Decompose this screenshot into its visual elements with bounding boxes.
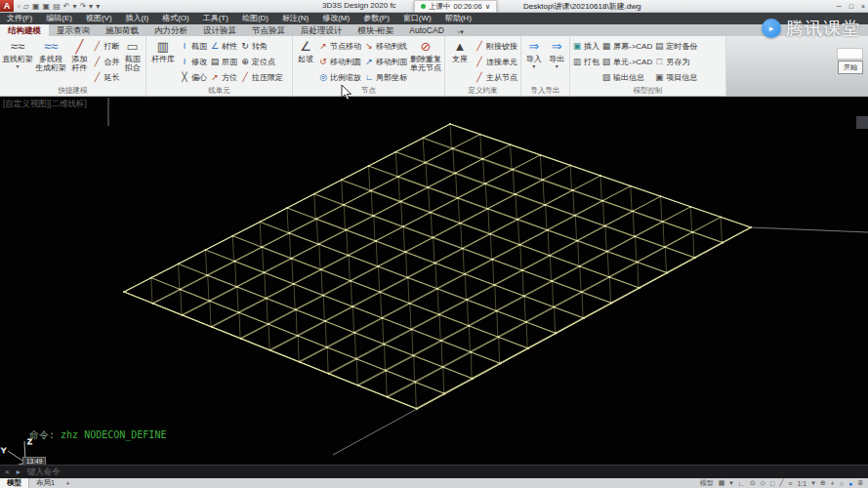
isolate-icon[interactable]: ○ <box>840 480 844 487</box>
new-layout-button[interactable]: + <box>62 479 73 488</box>
new-file-icon[interactable]: ▫ <box>18 2 21 11</box>
menu-item[interactable]: 编辑(E) <box>39 13 79 24</box>
ribbon-button[interactable]: ↗节点移动 <box>318 38 361 54</box>
ribbon-button[interactable]: ≈≈多线段生成桁架 <box>35 38 66 72</box>
ribbon-button[interactable]: ⊘删除重复单元节点 <box>409 38 442 72</box>
ribbon-button[interactable]: □另存为 <box>654 54 697 69</box>
print-icon[interactable]: ▤ <box>53 2 61 11</box>
workspace-icon[interactable]: ⊕ <box>820 479 826 487</box>
annotation-caret-icon[interactable]: ▾ <box>811 479 815 487</box>
ribbon-button[interactable]: I修改 <box>180 54 207 69</box>
ribbon-tab[interactable]: 施加荷载 <box>98 24 146 36</box>
ribbon-button[interactable]: ≈≈直线桁架▾ <box>2 38 33 69</box>
ribbon-tab[interactable]: 设计验算 <box>195 24 244 36</box>
viewport-control[interactable] <box>856 116 868 129</box>
menu-item[interactable]: 帮助(H) <box>438 13 478 24</box>
ribbon-button[interactable]: ∠材性 <box>210 38 237 54</box>
ribbon-tab[interactable]: 显示查询 <box>49 24 98 36</box>
viewport-label[interactable]: [自定义视图][二维线框] <box>3 99 87 110</box>
chevron-down-icon[interactable]: ∨ <box>485 2 491 11</box>
menu-item[interactable]: 绘图(D) <box>235 13 275 24</box>
ribbon-tab[interactable]: 内力分析 <box>146 24 195 36</box>
redo-caret-icon[interactable]: ▾ <box>89 2 93 11</box>
ribbon-button[interactable]: ╳偏心 <box>180 69 207 85</box>
menu-item[interactable]: 参数(P) <box>356 13 396 24</box>
drawing-canvas[interactable]: ZY [自定义视图][二维线框] 命令: zhz NODECON_DEFINE … <box>0 97 868 478</box>
maximize-button[interactable]: □ <box>849 3 853 10</box>
ribbon-button[interactable]: I截面 <box>180 38 207 54</box>
ribbon-button[interactable]: ╱添加杆件 <box>68 38 90 72</box>
menu-item[interactable]: 格式(O) <box>155 13 196 24</box>
ribbon-button[interactable]: ╱连接单元 <box>475 54 517 69</box>
ribbon-tab[interactable]: AutoCAD <box>401 24 451 36</box>
ribbon-button[interactable]: ▨输出信息 <box>601 69 652 85</box>
ribbon-overflow-icon[interactable]: ▫▾ <box>452 28 470 36</box>
ribbon-tab[interactable]: 节点验算 <box>244 24 293 36</box>
redo-icon[interactable]: ↷ <box>79 2 86 11</box>
ribbon-button[interactable]: ╱刚接铰接 <box>475 38 517 54</box>
qat-menu-icon[interactable]: ▾ <box>96 2 100 11</box>
menu-item[interactable]: 视图(V) <box>79 13 119 24</box>
ribbon-button[interactable]: ▥打包 <box>572 54 599 69</box>
ribbon-button[interactable]: ▤层面 <box>210 54 237 69</box>
ribbon-button[interactable]: ∟局部坐标 <box>364 69 407 85</box>
ribbon-button[interactable]: ▥杆件库 <box>148 38 178 63</box>
ribbon-tab[interactable]: 后处理设计 <box>293 24 351 36</box>
ribbon-button[interactable]: ◎比例缩放 <box>318 69 361 85</box>
ribbon-button[interactable]: ╱合并 <box>93 54 120 69</box>
ribbon-button[interactable]: ▣插入 <box>572 38 599 54</box>
command-input[interactable]: 键入命令 <box>27 467 61 478</box>
menu-item[interactable]: 标注(N) <box>275 13 315 24</box>
grid-icon[interactable]: ▦ <box>719 479 725 487</box>
ribbon-button[interactable]: ╱延长 <box>93 69 120 85</box>
ribbon-button[interactable]: ▣项目信息 <box>654 69 697 85</box>
ribbon-button[interactable]: ▤定时备份 <box>654 38 697 54</box>
autocad-logo-icon[interactable]: A <box>0 0 14 12</box>
annotation-plus-icon[interactable]: + <box>831 480 835 487</box>
model-space-toggle[interactable]: 模型 <box>700 478 714 488</box>
ribbon-tab[interactable]: 模块-桁架 <box>351 24 402 36</box>
class-session-overlay[interactable]: 上课中 00:26:06 ∨ <box>414 0 497 13</box>
recording-dot[interactable]: ● <box>848 480 852 487</box>
command-input-bar[interactable]: × ▸ 键入命令 <box>0 465 868 478</box>
layout-tab[interactable]: 布局1 <box>29 478 62 488</box>
scale-label[interactable]: 1:1 <box>797 480 806 487</box>
customize-icon[interactable]: ≣ <box>857 479 863 487</box>
ribbon-button[interactable]: ▲支座 <box>447 38 473 63</box>
ribbon-button[interactable]: ▧单元->CAD <box>601 54 652 69</box>
ribbon-button[interactable]: ⊕定位点 <box>240 54 283 69</box>
ribbon-button[interactable]: ▦屏幕->CAD <box>601 38 652 54</box>
space-frame-viewport[interactable]: ZY <box>0 97 868 478</box>
ribbon-button[interactable]: ∠起坡 <box>295 38 316 63</box>
isodraft-icon[interactable]: ◇ <box>761 479 765 487</box>
ribbon-button[interactable]: ╱主从节点 <box>475 69 517 85</box>
snap-caret-icon[interactable]: ▾ <box>729 479 733 487</box>
save-icon[interactable]: ▣ <box>32 2 40 11</box>
start-button[interactable]: 开始 <box>838 61 863 74</box>
menu-item[interactable]: 文件(F) <box>0 13 39 24</box>
osnap-icon[interactable]: □ <box>770 480 774 487</box>
ribbon-button[interactable]: ▭截面拟合 <box>122 38 144 72</box>
ribbon-button[interactable]: ↗移动到面 <box>364 54 407 69</box>
ribbon-button[interactable]: ╱打断 <box>93 38 120 54</box>
menu-item[interactable]: 工具(T) <box>196 13 235 24</box>
ribbon-button[interactable]: ↺移动到圆 <box>318 54 361 69</box>
undo-caret-icon[interactable]: ▾ <box>72 2 76 11</box>
layout-tab[interactable]: 模型 <box>0 478 29 488</box>
open-file-icon[interactable]: ▱ <box>23 2 29 11</box>
menu-item[interactable]: 修改(M) <box>315 13 356 24</box>
ribbon-tab[interactable]: 结构建模 <box>0 24 49 36</box>
ribbon-button[interactable]: ⇒导入▾ <box>523 38 545 69</box>
ribbon-button[interactable]: ⇒导出▾ <box>547 38 568 69</box>
ribbon-button[interactable]: ↗方位 <box>210 69 237 85</box>
close-icon[interactable]: × <box>5 468 10 476</box>
save-as-icon[interactable]: ▣ <box>43 2 51 11</box>
menu-item[interactable]: 窗口(W) <box>396 13 438 24</box>
otrack-icon[interactable]: ╱ <box>779 479 783 487</box>
minimize-button[interactable]: ─ <box>837 3 842 10</box>
menu-item[interactable]: 插入(I) <box>119 13 156 24</box>
polar-tracking-icon[interactable]: ⊙ <box>750 479 756 487</box>
ribbon-button[interactable]: ╱拉压限定 <box>240 69 283 85</box>
ribbon-button[interactable]: ↘移动到线 <box>364 38 407 54</box>
ortho-icon[interactable]: ∟ <box>738 480 745 487</box>
